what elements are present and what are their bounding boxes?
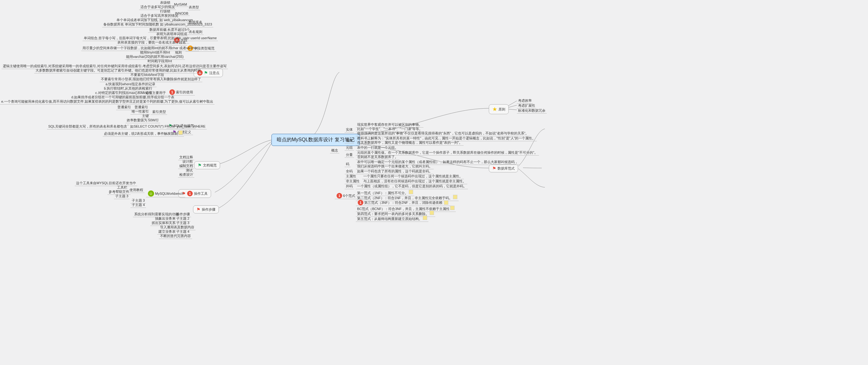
label: 原则 [498,107,505,112]
n[interactable]: 元组 [345,145,354,151]
n: 备份数据库名 单词加下时间加随机数 如 yibaikuancom_2010032… [102,22,213,27]
priority-1-icon: 1 [187,191,193,196]
label: 索引的使用 [176,90,193,95]
note-icon[interactable] [409,190,413,194]
flag-icon: ⚑ [196,207,200,212]
note-icon[interactable] [453,195,457,199]
n: 普通索引 [116,105,132,110]
n: 子主题 3 [114,194,129,199]
n[interactable]: 子主题 4 [130,202,146,208]
n: 效率数量级为 50W行 [125,118,160,123]
smile-icon: ☺ [148,191,154,197]
label: MySQLWorkbench [155,192,183,195]
branch-yuanze[interactable]: ★原则 [489,104,509,114]
n[interactable]: ☺MySQLWorkbench [146,190,185,197]
flag-icon: ⚑ [198,163,202,168]
star-icon: ★ [492,106,497,113]
priority-1-icon: 1 [358,200,363,205]
note-icon[interactable] [178,130,183,135]
n: 大多数数据库都索引自动创建主键字段。可是别忘记了索引外键。他们也是经常使用的键,… [34,68,202,73]
n[interactable]: 属性 [345,138,354,143]
node-6fanshi[interactable]: 16个范式 [335,193,357,199]
n[interactable]: 外码 [345,184,354,189]
n: SQL关键词全部都是大写，所有的表名和库名都包含`` 如SELECT COUNT… [47,124,207,129]
n: 一个属性（或属性组），它不是码，但是它是别的表的码，它就是外码。 [356,184,468,189]
n[interactable]: 检查设计 [178,172,194,178]
n[interactable]: 实体 [345,127,354,133]
flag-icon: ⚑ [492,166,496,171]
note-icon[interactable] [430,211,434,215]
note-icon[interactable] [450,206,455,210]
note-icon[interactable] [444,200,448,205]
n[interactable]: 使用教程 [128,187,145,193]
n: 第五范式：从最终结构重新建立原始结构。 [356,215,428,222]
n: 必须是外表主键，统2表形成关联，事件触发限制 [103,130,184,137]
n[interactable]: 码 [345,162,350,167]
label: 数据库范式 [497,166,515,171]
label: 操作工具 [194,191,208,196]
node-gainian[interactable]: 概念 [330,148,339,154]
branch-wendang[interactable]: ⚑文档规范 [194,161,220,169]
n: e.一个查询可能被用来优化索引值,而不用访问数据文件.如果某些表的的列是数字型并… [0,99,215,105]
label: 6个范式 [343,194,355,198]
leaf[interactable]: 标准化和数据冗余 [517,108,547,113]
n[interactable]: 索引类型 [151,109,167,115]
label: 注意点 [209,71,219,75]
n[interactable]: 表类型 [187,5,200,10]
n: 1第三范式（3NF）：符合2NF，并且，消除传递依赖 [356,199,450,206]
priority-1-icon: 1 [169,89,175,95]
n[interactable]: 分量 [345,152,354,158]
branch-buzhou[interactable]: ⚑操作步骤 [193,205,219,213]
priority-1-icon: 1 [337,193,342,199]
flag-icon: ⚑ [204,70,208,75]
note-icon[interactable] [423,215,427,220]
label: 操作步骤 [202,207,215,212]
n: 表和表直接的字段，要统一命名或主表字段名 [116,40,187,45]
n[interactable]: 不断的迭代完善内容 [159,233,192,239]
branch-fanshi[interactable]: ⚑数据库范式 [489,164,518,172]
label: 文档规范 [203,163,217,168]
